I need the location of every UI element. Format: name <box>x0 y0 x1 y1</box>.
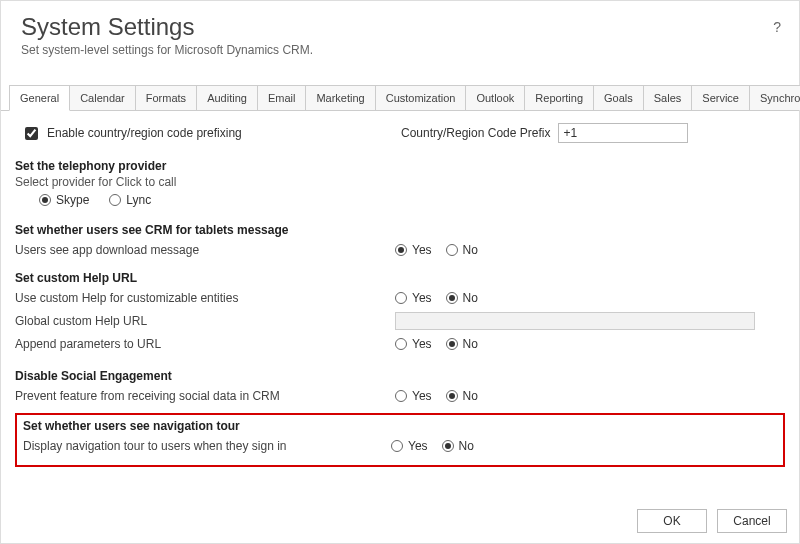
social-heading: Disable Social Engagement <box>15 369 785 383</box>
no-label: No <box>463 389 478 403</box>
no-label: No <box>463 291 478 305</box>
yes-label: Yes <box>408 439 428 453</box>
help-url-label: Global custom Help URL <box>15 314 395 328</box>
cancel-button[interactable]: Cancel <box>717 509 787 533</box>
prefix-input[interactable] <box>558 123 688 143</box>
navtour-no-radio[interactable]: No <box>442 439 474 453</box>
help-custom-no-radio[interactable]: No <box>446 291 478 305</box>
help-heading: Set custom Help URL <box>15 271 785 285</box>
prefix-row: Enable country/region code prefixing Cou… <box>15 119 785 149</box>
radio-dot-icon <box>446 338 458 350</box>
navtour-highlight: Set whether users see navigation tour Di… <box>15 413 785 467</box>
radio-dot-icon <box>395 292 407 304</box>
telephony-lync-label: Lync <box>126 193 151 207</box>
footer: OK Cancel <box>637 509 787 533</box>
yes-label: Yes <box>412 389 432 403</box>
help-custom-yes-radio[interactable]: Yes <box>395 291 432 305</box>
tab-email[interactable]: Email <box>257 85 307 110</box>
radio-dot-icon <box>109 194 121 206</box>
tablets-row-label: Users see app download message <box>15 243 395 257</box>
help-url-input[interactable] <box>395 312 755 330</box>
help-append-no-radio[interactable]: No <box>446 337 478 351</box>
settings-window: System Settings Set system-level setting… <box>0 0 800 544</box>
yes-label: Yes <box>412 337 432 351</box>
no-label: No <box>459 439 474 453</box>
radio-dot-icon <box>442 440 454 452</box>
page-subtitle: Set system-level settings for Microsoft … <box>21 43 779 57</box>
tab-marketing[interactable]: Marketing <box>305 85 375 110</box>
social-no-radio[interactable]: No <box>446 389 478 403</box>
prefix-field-label: Country/Region Code Prefix <box>401 126 550 140</box>
tab-auditing[interactable]: Auditing <box>196 85 258 110</box>
radio-dot-icon <box>395 390 407 402</box>
telephony-lync-radio[interactable]: Lync <box>109 193 151 207</box>
radio-dot-icon <box>395 338 407 350</box>
tab-outlook[interactable]: Outlook <box>465 85 525 110</box>
radio-dot-icon <box>391 440 403 452</box>
navtour-heading: Set whether users see navigation tour <box>23 419 777 433</box>
radio-dot-icon <box>395 244 407 256</box>
radio-dot-icon <box>446 244 458 256</box>
enable-prefix-input[interactable] <box>25 127 38 140</box>
telephony-sub: Select provider for Click to call <box>15 175 785 189</box>
tab-sales[interactable]: Sales <box>643 85 693 110</box>
tab-calendar[interactable]: Calendar <box>69 85 136 110</box>
telephony-heading: Set the telephony provider <box>15 159 785 173</box>
enable-prefix-checkbox[interactable]: Enable country/region code prefixing <box>21 124 242 143</box>
tab-customization[interactable]: Customization <box>375 85 467 110</box>
help-append-label: Append parameters to URL <box>15 337 395 351</box>
tablets-no-radio[interactable]: No <box>446 243 478 257</box>
social-row-label: Prevent feature from receiving social da… <box>15 389 395 403</box>
radio-dot-icon <box>446 390 458 402</box>
navtour-row-label: Display navigation tour to users when th… <box>23 439 391 453</box>
tab-general[interactable]: General <box>9 85 70 111</box>
no-label: No <box>463 337 478 351</box>
help-append-yes-radio[interactable]: Yes <box>395 337 432 351</box>
help-icon[interactable]: ? <box>773 19 781 35</box>
page-title: System Settings <box>21 13 779 41</box>
tab-goals[interactable]: Goals <box>593 85 644 110</box>
tab-bar: General Calendar Formats Auditing Email … <box>1 85 799 111</box>
radio-dot-icon <box>446 292 458 304</box>
social-yes-radio[interactable]: Yes <box>395 389 432 403</box>
no-label: No <box>463 243 478 257</box>
yes-label: Yes <box>412 291 432 305</box>
tab-synchronization[interactable]: Synchronization <box>749 85 800 110</box>
tab-content: Enable country/region code prefixing Cou… <box>1 111 799 475</box>
tablets-heading: Set whether users see CRM for tablets me… <box>15 223 785 237</box>
telephony-skype-radio[interactable]: Skype <box>39 193 89 207</box>
tablets-yes-radio[interactable]: Yes <box>395 243 432 257</box>
tab-service[interactable]: Service <box>691 85 750 110</box>
help-custom-label: Use custom Help for customizable entitie… <box>15 291 395 305</box>
enable-prefix-label: Enable country/region code prefixing <box>47 126 242 140</box>
tab-reporting[interactable]: Reporting <box>524 85 594 110</box>
navtour-yes-radio[interactable]: Yes <box>391 439 428 453</box>
radio-dot-icon <box>39 194 51 206</box>
header: System Settings Set system-level setting… <box>1 1 799 65</box>
ok-button[interactable]: OK <box>637 509 707 533</box>
telephony-skype-label: Skype <box>56 193 89 207</box>
yes-label: Yes <box>412 243 432 257</box>
tab-formats[interactable]: Formats <box>135 85 197 110</box>
